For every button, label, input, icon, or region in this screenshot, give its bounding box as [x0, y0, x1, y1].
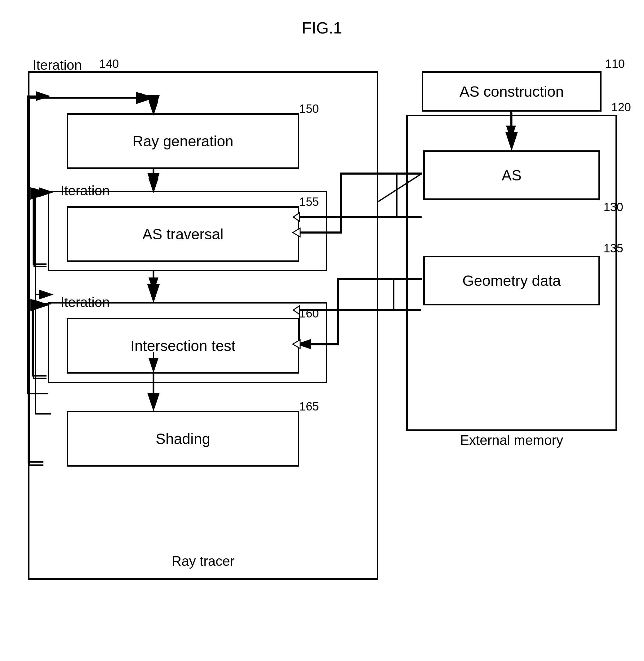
ref-120: 120 — [612, 101, 631, 114]
ref-135: 135 — [604, 242, 623, 255]
ray-generation-box: Ray generation — [67, 113, 299, 169]
external-memory-box: 120 External memory 130 AS 135 Geometry … — [406, 115, 617, 431]
iteration-label-outer: Iteration — [32, 58, 82, 73]
as-traversal-label: AS traversal — [142, 226, 223, 243]
as-construction-box: 110 AS construction — [422, 71, 601, 112]
intersection-test-label: Intersection test — [131, 337, 236, 355]
ref-130: 130 — [604, 201, 623, 214]
as-construction-label: AS construction — [460, 83, 564, 100]
geometry-data-box: 135 Geometry data — [423, 256, 600, 305]
ref-165: 165 — [299, 400, 319, 413]
ref-150: 150 — [299, 102, 319, 116]
ray-tracer-box: Ray tracer Iteration 150 Ray generation … — [28, 71, 378, 580]
ref-140: 140 — [99, 58, 119, 71]
external-memory-label: External memory — [460, 433, 564, 448]
as-label: AS — [502, 167, 522, 184]
figure-title: FIG.1 — [302, 19, 342, 37]
shading-box: Shading — [67, 411, 299, 466]
intersection-test-box: Intersection test — [67, 318, 299, 373]
ray-tracer-label: Ray tracer — [172, 553, 235, 569]
as-box: 130 AS — [423, 151, 600, 200]
shading-label: Shading — [156, 430, 210, 448]
ray-generation-label: Ray generation — [132, 133, 233, 150]
geometry-data-label: Geometry data — [462, 272, 560, 289]
as-traversal-box: AS traversal — [67, 206, 299, 262]
ref-110: 110 — [605, 58, 625, 71]
